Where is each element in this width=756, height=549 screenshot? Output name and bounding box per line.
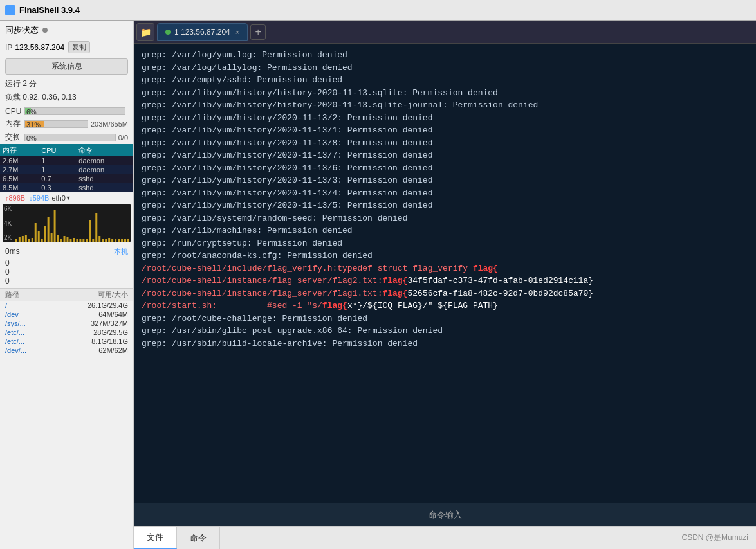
svg-rect-11 <box>51 233 53 242</box>
sidebar: 同步状态 IP 123.56.87.204 复制 系统信息 运行 2 分 负载 … <box>0 21 134 549</box>
svg-rect-14 <box>60 239 62 242</box>
svg-rect-20 <box>79 239 81 242</box>
terminal-line: grep: /root/anaconda-ks.cfg: Permission … <box>142 249 748 262</box>
disk-row-sys: /sys/... 327M/327M <box>0 319 133 328</box>
svg-rect-17 <box>69 239 71 242</box>
mem-metric-row: 内存 31% 203M/655M <box>0 117 133 130</box>
svg-rect-31 <box>115 239 116 242</box>
net-upload: ↑896B <box>5 194 25 202</box>
svg-rect-15 <box>64 236 66 242</box>
terminal-line: grep: /var/lib/machines: Permission deni… <box>142 224 748 237</box>
title-bar: FinalShell 3.9.4 <box>0 0 756 21</box>
svg-rect-13 <box>57 235 59 242</box>
terminal[interactable]: grep: /var/log/yum.log: Permission denie… <box>134 44 756 503</box>
terminal-line: grep: /var/lib/yum/history/2020-11-13/2:… <box>142 112 748 125</box>
sys-info-button[interactable]: 系统信息 <box>5 59 128 75</box>
svg-rect-0 <box>15 239 17 242</box>
latency-val-3: 0 <box>5 276 128 285</box>
disk-size-dev2: 62M/62M <box>37 346 128 354</box>
latency-local-label: 本机 <box>114 247 128 256</box>
disk-row-etc1: /etc/... 28G/29.5G <box>0 328 133 337</box>
svg-rect-2 <box>22 236 24 242</box>
swap-bar-container: 0% <box>24 134 116 141</box>
tab-server[interactable]: 1 123.56.87.204 × <box>157 23 248 41</box>
tab-bar: 📁 1 123.56.87.204 × + <box>134 21 756 44</box>
svg-rect-10 <box>48 217 50 242</box>
tab-close-button[interactable]: × <box>235 28 239 36</box>
terminal-line: grep: /usr/sbin/glibc_post_upgrade.x86_6… <box>142 325 748 338</box>
proc-cpu: 1 <box>39 165 76 174</box>
svg-rect-16 <box>67 237 69 242</box>
terminal-line: grep: /var/lib/yum/history/2020-11-13/3:… <box>142 174 748 187</box>
svg-rect-22 <box>86 239 88 242</box>
svg-rect-8 <box>41 239 43 242</box>
svg-rect-18 <box>73 238 75 242</box>
proc-mem: 6.5M <box>0 174 39 183</box>
disk-size-dev: 64M/64M <box>37 310 128 318</box>
disk-size-etc1: 28G/29.5G <box>37 328 128 336</box>
disk-row-dev: /dev 64M/64M <box>0 310 133 319</box>
svg-rect-3 <box>25 235 27 242</box>
terminal-line: grep: /var/lib/yum/history/history-2020-… <box>142 87 748 100</box>
proc-mem: 2.6M <box>0 156 39 165</box>
mem-label: 内存 <box>5 118 24 129</box>
proc-mem: 2.7M <box>0 165 39 174</box>
cpu-bar-container: 6% <box>24 107 125 115</box>
folder-button[interactable]: 📁 <box>136 23 154 41</box>
disk-size-etc2: 8.1G/18.1G <box>37 338 128 345</box>
proc-header-mem: 内存 <box>0 144 39 156</box>
swap-bar-text: 0% <box>26 134 37 142</box>
sync-status-label: 同步状态 <box>5 24 39 36</box>
disk-row-etc2: /etc/... 8.1G/18.1G <box>0 337 133 346</box>
proc-cpu: 1 <box>39 156 76 165</box>
disk-path-sys: /sys/... <box>5 320 37 327</box>
cpu-bar-text: 6% <box>26 108 37 116</box>
terminal-line: grep: /var/lib/yum/history/2020-11-13/8:… <box>142 137 748 150</box>
svg-rect-9 <box>44 226 46 242</box>
net-graph-4k: 4K <box>4 220 12 227</box>
svg-rect-1 <box>19 237 21 242</box>
swap-label: 交换 <box>5 132 24 143</box>
mem-value: 203M/655M <box>91 120 128 128</box>
ip-row: IP 123.56.87.204 复制 <box>0 40 133 56</box>
terminal-line: grep: /run/cryptsetup: Permission denied <box>142 237 748 250</box>
right-panel: 📁 1 123.56.87.204 × + grep: /var/log/yum… <box>134 21 756 549</box>
svg-rect-35 <box>127 239 129 242</box>
net-dropdown-arrow[interactable]: ▼ <box>66 195 71 201</box>
sync-dot <box>42 28 48 33</box>
proc-header-cmd: 命令 <box>76 144 133 156</box>
load-info: 负载 0.92, 0.36, 0.13 <box>0 91 133 105</box>
net-download: ↓594B <box>29 194 49 202</box>
bottom-tab-file[interactable]: 文件 <box>134 526 177 549</box>
terminal-line: grep: /var/lib/yum/history/2020-11-13/6:… <box>142 162 748 175</box>
run-time: 运行 2 分 <box>0 77 133 91</box>
command-input-bar: 命令输入 <box>134 503 756 526</box>
bottom-tab-command[interactable]: 命令 <box>177 526 220 549</box>
app-title: FinalShell 3.9.4 <box>19 5 80 15</box>
terminal-line: grep: /var/lib/yum/history/2020-11-13/1:… <box>142 124 748 137</box>
network-graph: 6K 4K 2K <box>3 204 131 242</box>
proc-cmd: daemon <box>76 156 133 165</box>
terminal-line: grep: /var/lib/yum/history/2020-11-13/5:… <box>142 199 748 212</box>
network-row: ↑896B ↓594B eth0 ▼ <box>0 192 133 204</box>
mem-bar-text: 31% <box>26 121 41 129</box>
net-interface: eth0 <box>51 194 65 202</box>
terminal-line: grep: /var/lib/yum/history/2020-11-13/7:… <box>142 149 748 162</box>
svg-rect-5 <box>32 238 33 242</box>
svg-rect-24 <box>92 239 94 242</box>
net-graph-svg <box>3 204 131 242</box>
terminal-line: grep: /var/lib/yum/history/history-2020-… <box>142 99 748 112</box>
tab-add-button[interactable]: + <box>250 24 266 40</box>
command-input-label[interactable]: 命令输入 <box>429 509 462 521</box>
proc-cmd: sshd <box>76 174 133 183</box>
cpu-label: CPU <box>5 107 24 116</box>
svg-rect-30 <box>111 239 113 242</box>
terminal-line: grep: /var/log/tallylog: Permission deni… <box>142 62 748 75</box>
terminal-line: grep: /root/cube-challenge: Permission d… <box>142 312 748 325</box>
net-graph-2k: 2K <box>4 234 12 241</box>
svg-rect-6 <box>35 223 37 242</box>
disk-path-dev: /dev <box>5 310 37 318</box>
tab-status-dot <box>165 30 171 35</box>
svg-rect-33 <box>121 239 123 242</box>
copy-ip-button[interactable]: 复制 <box>68 41 90 53</box>
